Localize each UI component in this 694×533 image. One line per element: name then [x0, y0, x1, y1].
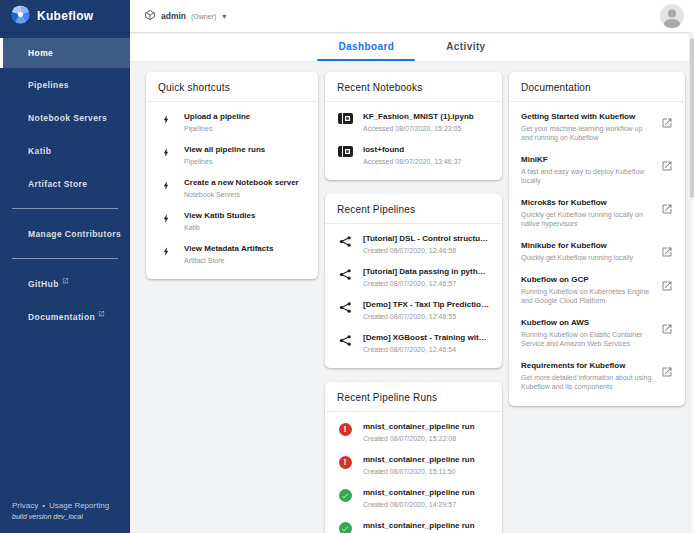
pipeline-item[interactable]: [Demo] XGBoost - Training with Confusion…	[337, 327, 490, 360]
doc-desc: Quickly get Kubeflow running locally	[521, 253, 653, 262]
shortcut-subtitle: Pipelines	[184, 124, 306, 133]
bolt-icon	[158, 146, 174, 159]
open-in-new-icon[interactable]	[661, 321, 673, 339]
pipeline-subtitle: Created 08/07/2020, 12:46:54	[363, 345, 490, 354]
error-icon: !	[337, 423, 353, 436]
pipeline-item[interactable]: [Demo] TFX - Taxi Tip Prediction Model T…	[337, 294, 490, 327]
open-in-new-icon[interactable]	[661, 244, 673, 262]
pipeline-run-item[interactable]: mnist_container_pipeline run Created 08/…	[337, 482, 490, 515]
error-icon: !	[337, 456, 353, 469]
doc-desc: Get more detailed information about usin…	[521, 373, 653, 391]
doc-item-microk8s[interactable]: Microk8s for Kubeflow Quickly get Kubefl…	[521, 192, 673, 235]
shortcut-title: View all pipeline runs	[184, 145, 306, 155]
shortcut-view-metadata-artifacts[interactable]: View Metadata Artifacts Artifact Store	[158, 238, 306, 271]
top-bar: Kubeflow admin (Owner) ▾	[0, 0, 694, 32]
shortcut-title: Upload a pipeline	[184, 112, 306, 122]
notebook-title: lost+found	[363, 145, 490, 155]
doc-item-requirements[interactable]: Requirements for Kubeflow Get more detai…	[521, 355, 673, 398]
documentation-card: Documentation Getting Started with Kubef…	[509, 72, 685, 406]
shortcut-upload-pipeline[interactable]: Upload a pipeline Pipelines	[158, 106, 306, 139]
privacy-link[interactable]: Privacy	[12, 501, 38, 510]
sidebar-item-label: Manage Contributors	[28, 229, 121, 239]
shortcut-subtitle: Pipelines	[184, 157, 306, 166]
tab-activity[interactable]: Activity	[420, 32, 511, 61]
sidebar-divider	[12, 208, 118, 209]
tab-dashboard[interactable]: Dashboard	[312, 32, 420, 61]
namespace-role: (Owner)	[191, 13, 216, 20]
doc-title: Kubeflow on GCP	[521, 275, 653, 285]
sidebar-item-pipelines[interactable]: Pipelines	[0, 68, 130, 101]
doc-item-gcp[interactable]: Kubeflow on GCP Running Kubeflow on Kube…	[521, 269, 673, 312]
sidebar-item-label: Home	[28, 48, 53, 58]
run-title: mnist_container_pipeline run	[363, 422, 490, 432]
card-title: Documentation	[509, 72, 685, 101]
doc-item-minikf[interactable]: MiniKF A fast and easy way to deploy Kub…	[521, 149, 673, 192]
sidebar-item-manage-contributors[interactable]: Manage Contributors	[0, 217, 130, 250]
bolt-icon	[158, 113, 174, 126]
card-title: Recent Pipelines	[325, 194, 502, 223]
shortcut-view-katib-studies[interactable]: View Katib Studies Katib	[158, 205, 306, 238]
pipeline-title: [Demo] XGBoost - Training with Confusion…	[363, 333, 490, 343]
scrollbar-thumb[interactable]	[690, 38, 694, 198]
namespace-name: admin	[161, 11, 186, 21]
kubeflow-brand[interactable]: Kubeflow	[0, 0, 130, 32]
open-in-new-icon[interactable]	[661, 158, 673, 176]
app-title: Kubeflow	[37, 9, 93, 23]
shortcut-subtitle: Artifact Store	[184, 256, 306, 265]
quick-shortcuts-card: Quick shortcuts Upload a pipeline Pipeli…	[146, 72, 318, 279]
shortcut-view-pipeline-runs[interactable]: View all pipeline runs Pipelines	[158, 139, 306, 172]
open-in-new-icon[interactable]	[661, 115, 673, 133]
doc-desc: Get your machine-learning workflow up an…	[521, 124, 653, 142]
doc-title: Microk8s for Kubeflow	[521, 198, 653, 208]
open-in-new-icon[interactable]	[661, 364, 673, 382]
user-avatar[interactable]	[660, 4, 684, 28]
page-scrollbar[interactable]	[689, 32, 694, 533]
open-in-new-icon[interactable]	[661, 278, 673, 296]
run-subtitle: Created 08/07/2020, 15:11:50	[363, 467, 490, 476]
doc-title: Getting Started with Kubeflow	[521, 112, 653, 122]
shortcut-create-notebook-server[interactable]: Create a new Notebook server Notebook Se…	[158, 172, 306, 205]
card-title: Quick shortcuts	[146, 72, 318, 101]
open-in-new-icon[interactable]	[661, 201, 673, 219]
pipeline-subtitle: Created 08/07/2020, 12:46:57	[363, 279, 490, 288]
sidebar-item-notebook-servers[interactable]: Notebook Servers	[0, 101, 130, 134]
pipeline-icon	[337, 268, 353, 281]
sidebar-item-label: Artifact Store	[28, 179, 87, 189]
pipeline-title: [Demo] TFX - Taxi Tip Prediction Model T…	[363, 300, 490, 310]
notebook-title: KF_Fashion_MNIST (1).ipynb	[363, 112, 490, 122]
notebook-item[interactable]: lost+found Accessed 08/07/2020, 13:46:37	[337, 139, 490, 172]
sidebar-item-artifact-store[interactable]: Artifact Store	[0, 167, 130, 200]
pipeline-item[interactable]: [Tutorial] DSL - Control structures Crea…	[337, 228, 490, 261]
sidebar-item-github[interactable]: GitHub	[0, 267, 130, 300]
card-title: Recent Notebooks	[325, 72, 502, 101]
namespace-selector[interactable]: admin (Owner) ▾	[130, 0, 226, 32]
notebook-subtitle: Accessed 08/07/2020, 13:46:37	[363, 157, 490, 166]
recent-pipelines-card: Recent Pipelines [Tutorial] DSL - Contro…	[325, 194, 502, 368]
pipeline-run-item[interactable]: ! mnist_container_pipeline run Created 0…	[337, 449, 490, 482]
external-link-icon	[62, 276, 69, 286]
notebook-item[interactable]: KF_Fashion_MNIST (1).ipynb Accessed 08/0…	[337, 106, 490, 139]
success-icon	[337, 489, 353, 502]
bolt-icon	[158, 179, 174, 192]
usage-reporting-link[interactable]: Usage Reporting	[49, 501, 109, 510]
sidebar-divider	[12, 258, 118, 259]
sidebar-item-documentation[interactable]: Documentation	[0, 300, 130, 333]
notebook-subtitle: Accessed 08/07/2020, 15:23:05	[363, 124, 490, 133]
pipeline-run-item[interactable]: mnist_container_pipeline run Created 08/…	[337, 515, 490, 533]
bolt-icon	[158, 212, 174, 225]
pipeline-item[interactable]: [Tutorial] Data passing in python compon…	[337, 261, 490, 294]
run-subtitle: Created 08/07/2020, 14:29:57	[363, 500, 490, 509]
doc-item-aws[interactable]: Kubeflow on AWS Running Kubeflow on Elas…	[521, 312, 673, 355]
bolt-icon	[158, 245, 174, 258]
main-content: Dashboard Activity Quick shortcuts Uploa…	[130, 32, 694, 533]
doc-item-minikube[interactable]: Minikube for Kubeflow Quickly get Kubefl…	[521, 235, 673, 269]
doc-title: Requirements for Kubeflow	[521, 361, 653, 371]
sidebar-item-home[interactable]: Home	[0, 38, 130, 68]
shortcut-title: View Metadata Artifacts	[184, 244, 306, 254]
sidebar-item-katib[interactable]: Katib	[0, 134, 130, 167]
doc-item-getting-started[interactable]: Getting Started with Kubeflow Get your m…	[521, 106, 673, 149]
recent-notebooks-card: Recent Notebooks KF_Fashion_MNIST (1).ip…	[325, 72, 502, 180]
sidebar-item-label: Notebook Servers	[28, 113, 107, 123]
pipeline-run-item[interactable]: ! mnist_container_pipeline run Created 0…	[337, 416, 490, 449]
sidebar-footer: Privacy • Usage Reporting build version …	[0, 501, 130, 533]
